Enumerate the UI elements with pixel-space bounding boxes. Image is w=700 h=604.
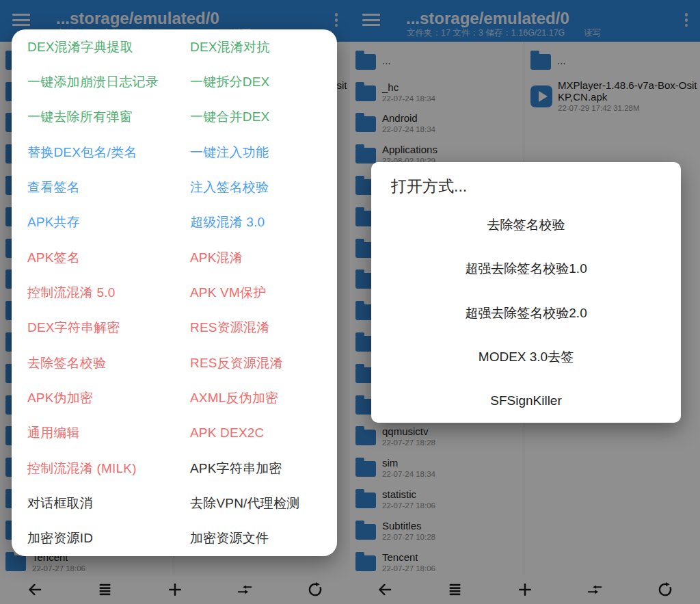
popup-menu-item[interactable]: 一键注入功能 (174, 144, 337, 161)
popup-menu-item[interactable]: 一键拆分DEX (174, 73, 337, 91)
open-with-option[interactable]: SFSignKiller (371, 379, 681, 423)
dialog-options: 去除签名校验超强去除签名校验1.0超强去除签名校验2.0MODEX 3.0去签S… (371, 203, 681, 423)
popup-menu-item[interactable]: 通用编辑 (12, 424, 174, 442)
popup-menu-item[interactable]: 注入签名校验 (174, 179, 337, 196)
popup-menu-item[interactable]: APK签名 (12, 249, 174, 267)
popup-menu-item[interactable]: 控制流混淆 5.0 (12, 284, 174, 302)
popup-menu-item[interactable]: DEX混淆对抗 (174, 38, 337, 56)
open-with-dialog: 打开方式... 去除签名校验超强去除签名校验1.0超强去除签名校验2.0MODE… (371, 162, 681, 423)
popup-menu-item[interactable]: 去除签名校验 (12, 354, 174, 372)
popup-menu-item[interactable]: APK伪加密 (12, 389, 174, 407)
popup-menu-item[interactable]: 查看签名 (12, 179, 174, 196)
popup-menu-item[interactable]: 加密资源文件 (174, 529, 337, 547)
open-with-option[interactable]: 超强去除签名校验2.0 (371, 291, 681, 334)
popup-menu-item[interactable]: RES反资源混淆 (174, 354, 337, 372)
popup-menu-item[interactable]: APK字符串加密 (174, 460, 337, 477)
dialog-title: 打开方式... (371, 162, 681, 196)
popup-menu-item[interactable]: 对话框取消 (12, 495, 174, 512)
popup-menu-item[interactable]: APK共存 (12, 213, 174, 231)
popup-menu-item[interactable]: DEX混淆字典提取 (12, 38, 174, 56)
popup-menu-item[interactable]: 控制流混淆 (MILK) (12, 460, 174, 477)
popup-menu-item[interactable]: APK混淆 (174, 249, 337, 267)
popup-menu-item[interactable]: APK VM保护 (174, 284, 337, 302)
popup-menu-item[interactable]: 一键合并DEX (174, 108, 337, 126)
popup-menu-item[interactable]: 加密资源ID (12, 529, 174, 547)
right-phone-screen: ..._hc22-07-24 18:34Android22-07-24 18:3… (350, 0, 700, 604)
popup-menu-item[interactable]: 一键去除所有弹窗 (12, 108, 174, 126)
tools-popup-grid: DEX混淆字典提取DEX混淆对抗一键添加崩溃日志记录一键拆分DEX一键去除所有弹… (12, 29, 337, 556)
left-phone-screen: ..._hc22-07-24 18:34Android22-07-24 18:3… (0, 0, 350, 604)
open-with-option[interactable]: 去除签名校验 (371, 203, 681, 247)
popup-menu-item[interactable]: 去除VPN/代理检测 (174, 495, 337, 512)
popup-menu-item[interactable]: RES资源混淆 (174, 319, 337, 337)
open-with-option[interactable]: MODEX 3.0去签 (371, 335, 681, 379)
open-with-option[interactable]: 超强去除签名校验1.0 (371, 247, 681, 291)
popup-menu-item[interactable]: 一键添加崩溃日志记录 (12, 73, 174, 91)
tools-popup-menu: DEX混淆字典提取DEX混淆对抗一键添加崩溃日志记录一键拆分DEX一键去除所有弹… (12, 29, 337, 556)
popup-menu-item[interactable]: DEX字符串解密 (12, 319, 174, 337)
popup-menu-item[interactable]: APK DEX2C (174, 425, 337, 441)
popup-menu-item[interactable]: 替换DEX包名/类名 (12, 144, 174, 161)
popup-menu-item[interactable]: 超级混淆 3.0 (174, 213, 337, 231)
popup-menu-item[interactable]: AXML反伪加密 (174, 389, 337, 407)
